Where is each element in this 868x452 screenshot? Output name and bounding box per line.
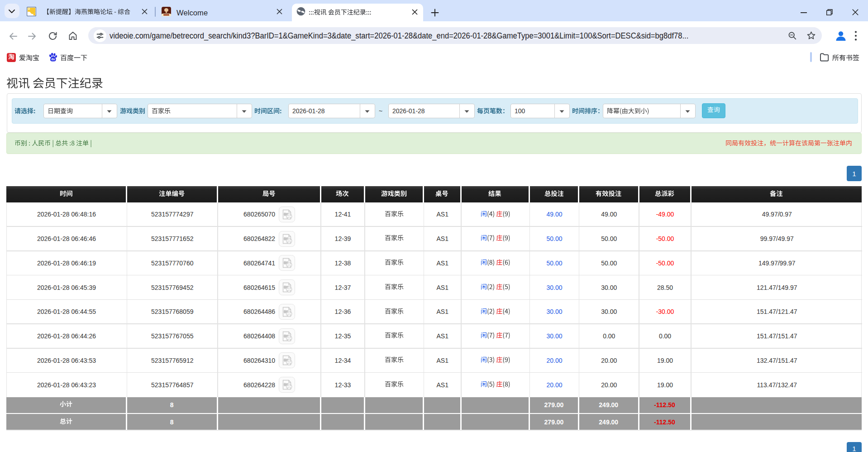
svg-text:du: du <box>51 58 55 61</box>
